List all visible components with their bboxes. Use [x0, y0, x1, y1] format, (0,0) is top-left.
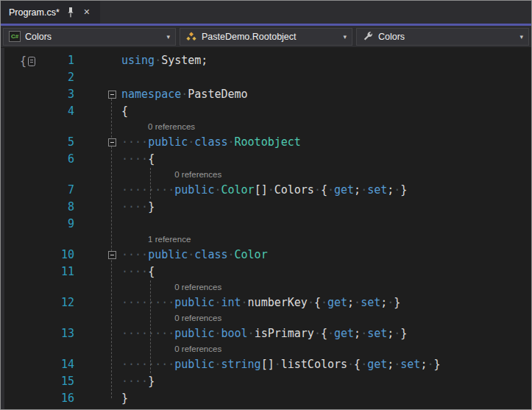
- code-line[interactable]: }: [121, 390, 128, 407]
- breakpoint-margin[interactable]: [1, 264, 21, 280]
- code-token: ·: [361, 183, 367, 197]
- code-line[interactable]: ····{: [121, 264, 155, 280]
- breakpoint-margin[interactable]: [1, 86, 21, 103]
- breakpoint-margin[interactable]: [1, 103, 21, 120]
- editor-row: 15····}: [1, 373, 531, 390]
- breakpoint-margin[interactable]: [1, 216, 21, 233]
- codelens-references[interactable]: 0 references: [1, 342, 531, 356]
- breakpoint-margin[interactable]: [1, 325, 21, 342]
- code-token: ·: [181, 88, 188, 101]
- code-token: ;: [354, 327, 361, 340]
- line-number: 1: [21, 52, 82, 69]
- code-token: ;: [380, 296, 387, 309]
- editor-row: 9: [1, 216, 531, 233]
- codelens-references[interactable]: 0 references: [1, 311, 531, 325]
- code-token: isPrimary: [255, 327, 314, 340]
- breakpoint-margin[interactable]: [1, 151, 21, 168]
- code-line[interactable]: ····{: [121, 151, 155, 168]
- codelens-references[interactable]: 0 references: [1, 280, 531, 294]
- code-line[interactable]: namespace·PasteDemo: [121, 86, 248, 103]
- fold-margin: [102, 134, 121, 151]
- fold-toggle[interactable]: [108, 251, 116, 259]
- editor-row: 6····{: [1, 151, 531, 168]
- project-dropdown[interactable]: C# Colors ▾: [3, 28, 176, 46]
- codelens-references[interactable]: 0 references: [1, 168, 531, 182]
- code-line[interactable]: ····public·class·Rootobject: [121, 134, 301, 151]
- code-line[interactable]: ········public·Color[]·Colors·{·get;·set…: [121, 182, 407, 199]
- code-token: get: [334, 183, 354, 197]
- fold-margin: [102, 182, 121, 199]
- type-dropdown-label: PasteDemo.Rootobject: [202, 32, 297, 42]
- close-icon[interactable]: ✕: [82, 7, 92, 18]
- breakpoint-margin[interactable]: [1, 199, 21, 216]
- fold-margin: [102, 86, 121, 103]
- breakpoint-margin[interactable]: [1, 134, 21, 151]
- code-token: {: [314, 296, 321, 309]
- code-line[interactable]: ········public·string[]·listColors·{·get…: [121, 356, 441, 373]
- code-line[interactable]: {: [121, 103, 128, 120]
- fold-toggle[interactable]: [108, 91, 116, 99]
- codelens-references[interactable]: 0 references: [1, 120, 531, 134]
- code-token: {: [148, 265, 155, 278]
- codelens-references[interactable]: 1 reference: [1, 233, 531, 247]
- code-token: ·: [327, 327, 334, 340]
- code-line[interactable]: ····public·class·Color: [121, 247, 268, 264]
- line-number: 10: [21, 247, 82, 264]
- selection-margin: [82, 199, 102, 216]
- selection-margin: [82, 151, 102, 168]
- breakpoint-margin[interactable]: [1, 52, 21, 69]
- editor-row: 2: [1, 69, 531, 86]
- line-number: 8: [21, 199, 82, 216]
- fold-margin: [102, 216, 121, 233]
- selection-margin: [82, 390, 102, 407]
- property-wrench-icon: [362, 31, 374, 43]
- breakpoint-margin[interactable]: [1, 182, 21, 199]
- code-token: ·: [228, 248, 235, 261]
- code-line[interactable]: ········public·int·numberKey·{·get;·set;…: [121, 294, 400, 311]
- breakpoint-margin[interactable]: [1, 390, 21, 407]
- fold-margin: [102, 373, 121, 390]
- code-token: }: [148, 375, 155, 388]
- code-token: ·: [228, 135, 235, 149]
- pin-icon[interactable]: [65, 7, 76, 18]
- breakpoint-margin[interactable]: [1, 373, 21, 390]
- code-line[interactable]: ····}: [121, 373, 155, 390]
- code-token: get: [367, 358, 387, 371]
- line-number: 4: [21, 103, 82, 120]
- line-number: 3: [21, 86, 82, 103]
- breakpoint-margin[interactable]: [1, 294, 21, 311]
- navigation-bar: C# Colors ▾ PasteDemo.Rootobject ▾ Color…: [1, 26, 531, 48]
- breakpoint-margin[interactable]: [1, 247, 21, 264]
- code-token: class: [194, 248, 227, 261]
- code-token: Color: [221, 183, 254, 197]
- member-dropdown[interactable]: Colors ▾: [356, 28, 529, 46]
- code-line[interactable]: ····}: [121, 199, 155, 216]
- tab-program-cs[interactable]: Program.cs* ✕: [1, 1, 100, 24]
- code-token: {: [121, 105, 128, 118]
- code-line[interactable]: ········public·bool·isPrimary·{·get;·set…: [121, 325, 407, 342]
- fold-margin: [102, 356, 121, 373]
- breakpoint-margin[interactable]: [1, 69, 21, 86]
- editor-row: 10····public·class·Color: [1, 247, 531, 264]
- code-token: public: [148, 248, 188, 261]
- type-dropdown[interactable]: PasteDemo.Rootobject ▾: [180, 28, 352, 46]
- code-editor[interactable]: { 1using·System;23namespace·PasteDemo4{0…: [1, 48, 531, 409]
- selection-margin: [82, 247, 102, 264]
- vs-editor-window: Program.cs* ✕ C# Colors ▾ PasteDemo.Root…: [0, 0, 532, 410]
- code-token: using: [121, 54, 155, 67]
- code-token: }: [148, 200, 155, 213]
- code-token: }: [433, 358, 440, 371]
- selection-margin: [82, 216, 102, 233]
- code-token: set: [367, 327, 387, 340]
- breakpoint-margin[interactable]: [1, 356, 21, 373]
- fold-toggle[interactable]: [108, 138, 116, 146]
- editor-row: 11····{: [1, 264, 531, 280]
- fold-margin: [102, 199, 121, 216]
- line-number: 13: [21, 325, 82, 342]
- editor-row: 12········public·int·numberKey·{·get;·se…: [1, 294, 531, 311]
- code-token: ········: [121, 358, 174, 371]
- code-token: namespace: [121, 88, 181, 101]
- code-token: []: [255, 183, 268, 197]
- code-token: ····: [121, 200, 148, 213]
- code-line[interactable]: using·System;: [121, 52, 208, 69]
